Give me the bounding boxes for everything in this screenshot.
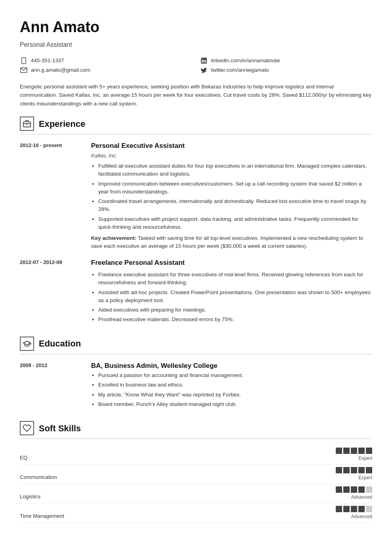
svg-rect-0 — [22, 58, 26, 64]
skill-name: Communication — [20, 473, 336, 481]
skill-bar — [351, 448, 357, 454]
experience-entry-2: 2012-07 - 2012-09 Freelance Personal Ass… — [20, 258, 372, 327]
skill-bar — [358, 506, 365, 512]
skill-bars — [336, 486, 372, 493]
soft-skills-icon — [20, 421, 34, 435]
experience-date-2: 2012-07 - 2012-09 — [20, 258, 83, 327]
skill-row: CommunicationExpert — [20, 465, 372, 484]
linkedin-contact: linkedin.com/in/annamatoutw — [200, 57, 372, 65]
svg-rect-3 — [202, 60, 203, 63]
skill-bar — [366, 448, 372, 454]
experience-bullets-2: Freelance executive assistant for three … — [91, 271, 372, 324]
twitter-value: twitter.com/anniegamato — [211, 66, 269, 74]
skill-bar — [343, 448, 350, 454]
soft-skills-section: Soft Skills EQExpertCommunicationExpertL… — [20, 421, 372, 523]
education-section: Education 2009 - 2012 BA, Business Admin… — [20, 337, 372, 412]
skill-bar — [358, 448, 365, 454]
experience-date-1: 2012-10 - present — [20, 141, 83, 250]
list-item: Proofread executive materials. Decreased… — [98, 316, 372, 323]
skill-bar — [358, 467, 365, 473]
skill-bar — [336, 467, 342, 473]
list-item: Freelance executive assistant for three … — [98, 271, 372, 287]
skill-right: Advanced — [336, 486, 372, 501]
header: Ann Amato Personal Assistant 445-351-133… — [20, 16, 372, 75]
skill-bar — [351, 467, 357, 473]
phone-value: 445-351-1337 — [31, 57, 64, 65]
email-value: ann.g.amato@gmail.com — [31, 66, 90, 74]
phone-icon — [20, 57, 28, 65]
contact-grid: 445-351-1337 linkedin.com/in/annamatoutw — [20, 57, 372, 75]
list-item: My article, "Know What they Want" was re… — [98, 391, 372, 399]
list-item: Fulfilled all executive assistant duties… — [98, 162, 372, 178]
soft-skills-title: Soft Skills — [39, 422, 81, 435]
list-item: Assisted with ad-hoc projects. Created P… — [98, 289, 372, 305]
skill-level: Advanced — [351, 513, 372, 520]
skill-row: Time ManagementAdvanced — [20, 503, 372, 523]
list-item: Board member, Punch's Alley student-mana… — [98, 400, 372, 408]
education-date-1: 2009 - 2012 — [20, 361, 83, 412]
experience-icon — [20, 117, 34, 131]
experience-content-2: Freelance Personal Assistant Freelance e… — [91, 258, 372, 327]
list-item: Excelled in business law and ethics. — [98, 381, 372, 389]
skill-bar — [343, 506, 350, 512]
education-icon — [20, 337, 34, 351]
skill-bars — [336, 467, 372, 473]
summary-text: Energetic personal assistant with 5+ yea… — [20, 82, 372, 108]
email-contact: ann.g.amato@gmail.com — [20, 66, 192, 74]
email-icon — [20, 66, 28, 74]
svg-point-4 — [202, 59, 203, 59]
skill-right: Expert — [336, 448, 372, 462]
linkedin-icon — [200, 57, 208, 65]
list-item: Improved communication between executive… — [98, 180, 372, 196]
list-item: Supported executives with project suppor… — [98, 215, 372, 232]
skill-name: EQ — [20, 454, 336, 462]
education-title: Education — [39, 337, 81, 350]
skill-row: LogisticsAdvanced — [20, 484, 372, 503]
skill-bar — [358, 486, 365, 493]
skill-bar — [343, 467, 350, 473]
experience-job-title-2: Freelance Personal Assistant — [91, 258, 372, 268]
skill-level: Expert — [358, 455, 372, 462]
experience-divider — [20, 134, 372, 134]
skill-bar — [366, 467, 372, 473]
skill-bars — [336, 506, 372, 512]
experience-section-header: Experience — [20, 117, 372, 131]
experience-bullets-1: Fulfilled all executive assistant duties… — [91, 162, 372, 231]
experience-company-1: Kallas, Inc. — [91, 152, 372, 160]
skill-bar — [336, 448, 342, 454]
soft-skills-header: Soft Skills — [20, 421, 372, 435]
education-section-header: Education — [20, 337, 372, 351]
skills-table: EQExpertCommunicationExpertLogisticsAdva… — [20, 445, 372, 523]
skill-bars — [336, 448, 372, 454]
candidate-name: Ann Amato — [20, 16, 372, 38]
skill-bar — [351, 486, 357, 493]
skill-row: EQExpert — [20, 445, 372, 465]
twitter-icon — [200, 66, 208, 74]
education-content-1: BA, Business Admin, Wellesley College Pu… — [91, 361, 372, 412]
skill-right: Advanced — [336, 506, 372, 520]
skill-bar — [336, 486, 342, 493]
skill-level: Expert — [358, 474, 372, 481]
experience-content-1: Personal Executive Assistant Kallas, Inc… — [91, 141, 372, 250]
skill-bar — [351, 506, 357, 512]
skill-bar — [366, 486, 372, 493]
skill-name: Time Management — [20, 512, 336, 520]
education-bullets-1: Pursued a passion for accounting and fin… — [91, 371, 372, 408]
education-entry-1: 2009 - 2012 BA, Business Admin, Wellesle… — [20, 361, 372, 412]
experience-job-title-1: Personal Executive Assistant — [91, 141, 372, 151]
candidate-title: Personal Assistant — [20, 40, 372, 50]
skill-bar — [366, 506, 372, 512]
education-divider — [20, 354, 372, 354]
skill-bar — [343, 486, 350, 493]
phone-contact: 445-351-1337 — [20, 57, 192, 65]
twitter-contact: twitter.com/anniegamato — [200, 66, 372, 74]
skill-level: Advanced — [351, 494, 372, 501]
soft-skills-divider — [20, 438, 372, 439]
key-achievement-1: Key achievement: Tasked with saving time… — [91, 234, 372, 251]
skill-right: Expert — [336, 467, 372, 481]
list-item: Pursued a passion for accounting and fin… — [98, 371, 372, 379]
experience-entry-1: 2012-10 - present Personal Executive Ass… — [20, 141, 372, 250]
skill-name: Logistics — [20, 493, 336, 501]
experience-section: Experience 2012-10 - present Personal Ex… — [20, 117, 372, 327]
skill-bar — [336, 506, 342, 512]
